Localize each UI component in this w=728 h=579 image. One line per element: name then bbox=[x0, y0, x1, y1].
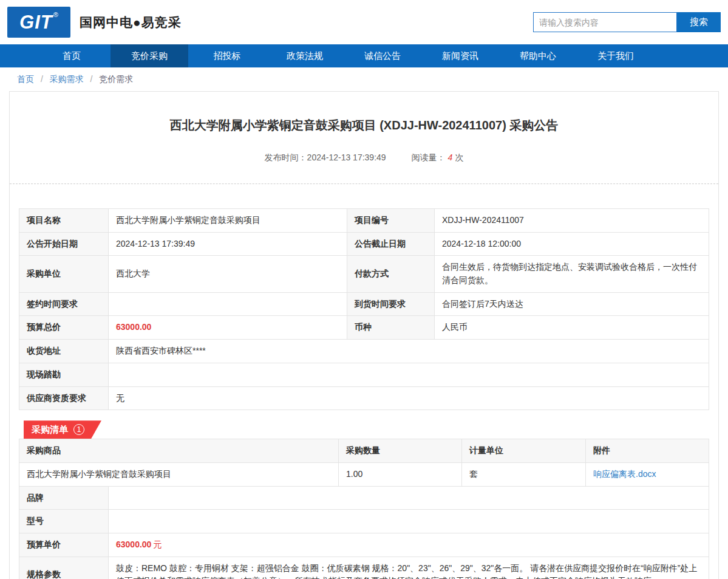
table-row: 现场踏勘 bbox=[19, 363, 709, 386]
breadcrumb: 首页 / 采购需求 / 竞价需求 bbox=[0, 67, 728, 91]
column-product: 采购商品 bbox=[19, 439, 339, 463]
nav-item-integrity-notices[interactable]: 诚信公告 bbox=[344, 44, 421, 67]
purchase-detail-table: 品牌 型号 预算单价 63000.00元 规格参数 鼓皮：REMO 鼓腔：专用铜… bbox=[19, 486, 709, 579]
end-date-value: 2024-12-18 12:00:00 bbox=[435, 232, 709, 256]
table-row: 项目名称 西北大学附属小学紫铜定音鼓采购项目 项目编号 XDJJ-HW-2024… bbox=[19, 209, 709, 233]
announcement-card: 西北大学附属小学紫铜定音鼓采购项目 (XDJJ-HW-202411007) 采购… bbox=[9, 91, 719, 579]
views-count: 4 bbox=[448, 152, 453, 162]
table-row: 签约时间要求 到货时间要求 合同签订后7天内送达 bbox=[19, 292, 709, 316]
search-bar: 搜索 bbox=[533, 12, 721, 32]
breadcrumb-purchase-demand[interactable]: 采购需求 bbox=[50, 74, 84, 84]
purchase-list-badge: 采购清单 1 bbox=[24, 420, 101, 439]
breadcrumb-current: 竞价需求 bbox=[99, 74, 133, 84]
attachment-link[interactable]: 响应偏离表.docx bbox=[593, 469, 656, 479]
nav-item-policies[interactable]: 政策法规 bbox=[266, 44, 344, 67]
registered-trademark-icon: ® bbox=[53, 11, 58, 18]
column-quantity: 采购数量 bbox=[339, 439, 462, 463]
brand-label: 品牌 bbox=[19, 486, 109, 510]
sign-time-label: 签约时间要求 bbox=[19, 292, 109, 316]
main-nav: 首页 竞价采购 招投标 政策法规 诚信公告 新闻资讯 帮助中心 关于我们 bbox=[0, 44, 728, 67]
project-no-label: 项目编号 bbox=[347, 209, 435, 233]
nav-item-bidding-purchase[interactable]: 竞价采购 bbox=[111, 44, 188, 67]
unit-price-value: 63000.00元 bbox=[109, 533, 709, 557]
announcement-title-section: 西北大学附属小学紫铜定音鼓采购项目 (XDJJ-HW-202411007) 采购… bbox=[10, 92, 718, 184]
site-survey-value bbox=[109, 363, 709, 386]
delivery-time-label: 到货时间要求 bbox=[347, 292, 435, 316]
search-input[interactable] bbox=[533, 12, 677, 32]
project-name-label: 项目名称 bbox=[19, 209, 109, 233]
nav-item-help-center[interactable]: 帮助中心 bbox=[499, 44, 577, 67]
purchaser-label: 采购单位 bbox=[19, 256, 109, 292]
product-unit: 套 bbox=[462, 462, 586, 486]
purchase-list-table: 采购商品 采购数量 计量单位 附件 西北大学附属小学紫铜定音鼓采购项目 1.00… bbox=[19, 439, 709, 486]
payment-label: 付款方式 bbox=[347, 256, 435, 292]
purchase-list-badge-label: 采购清单 bbox=[32, 424, 68, 436]
table-header-row: 采购商品 采购数量 计量单位 附件 bbox=[19, 439, 709, 463]
purchase-list-section: 采购清单 1 采购商品 采购数量 计量单位 附件 西北大学附属小学紫铜定音鼓采购… bbox=[10, 420, 718, 579]
brand-value bbox=[109, 486, 709, 510]
payment-value: 合同生效后，待货物到达指定地点、安装调试验收合格后，一次性付清合同货款。 bbox=[435, 256, 709, 292]
nav-item-news[interactable]: 新闻资讯 bbox=[421, 44, 499, 67]
nav-item-about-us[interactable]: 关于我们 bbox=[577, 44, 655, 67]
budget-total-value: 63000.00 bbox=[109, 316, 347, 340]
sign-time-value bbox=[109, 292, 347, 316]
supplier-qualification-value: 无 bbox=[109, 386, 709, 410]
table-row: 预算单价 63000.00元 bbox=[19, 533, 709, 557]
column-unit: 计量单位 bbox=[462, 439, 586, 463]
unit-price-label: 预算单价 bbox=[19, 533, 109, 557]
end-date-label: 公告截止日期 bbox=[347, 232, 435, 256]
table-row: 预算总价 63000.00 币种 人民币 bbox=[19, 316, 709, 340]
spec-value: 鼓皮：REMO 鼓腔：专用铜材 支架：超强铝合金 鼓圈：优质碳素钢 规格：20"… bbox=[109, 557, 709, 579]
project-no-value: XDJJ-HW-202411007 bbox=[435, 209, 709, 233]
table-row: 品牌 bbox=[19, 486, 709, 510]
model-label: 型号 bbox=[19, 510, 109, 533]
delivery-address-label: 收货地址 bbox=[19, 340, 109, 363]
product-name: 西北大学附属小学紫铜定音鼓采购项目 bbox=[19, 462, 339, 486]
views-unit: 次 bbox=[455, 152, 463, 162]
table-row: 型号 bbox=[19, 510, 709, 533]
site-logo[interactable]: GIT ® bbox=[7, 7, 70, 38]
table-row: 规格参数 鼓皮：REMO 鼓腔：专用铜材 支架：超强铝合金 鼓圈：优质碳素钢 规… bbox=[19, 557, 709, 579]
delivery-address-value: 陕西省西安市碑林区**** bbox=[109, 340, 709, 363]
purchase-list-count-badge: 1 bbox=[73, 424, 84, 435]
page-title: 西北大学附属小学紫铜定音鼓采购项目 (XDJJ-HW-202411007) 采购… bbox=[10, 117, 718, 134]
site-header: GIT ® 国网中电●易竞采 搜索 bbox=[0, 0, 728, 44]
project-info-table: 项目名称 西北大学附属小学紫铜定音鼓采购项目 项目编号 XDJJ-HW-2024… bbox=[19, 208, 709, 410]
nav-item-tendering[interactable]: 招投标 bbox=[188, 44, 266, 67]
budget-total-label: 预算总价 bbox=[19, 316, 109, 340]
breadcrumb-separator: / bbox=[90, 74, 93, 84]
breadcrumb-home[interactable]: 首页 bbox=[17, 74, 34, 84]
table-row: 西北大学附属小学紫铜定音鼓采购项目 1.00 套 响应偏离表.docx bbox=[19, 462, 709, 486]
project-name-value: 西北大学附属小学紫铜定音鼓采购项目 bbox=[109, 209, 347, 233]
nav-item-home[interactable]: 首页 bbox=[33, 44, 111, 67]
site-title: 国网中电●易竞采 bbox=[80, 14, 182, 31]
attachment-cell: 响应偏离表.docx bbox=[586, 462, 709, 486]
budget-total-amount: 63000.00 bbox=[116, 322, 151, 332]
publish-time-label: 发布时间： bbox=[265, 152, 307, 162]
currency-label: 币种 bbox=[347, 316, 435, 340]
product-quantity: 1.00 bbox=[339, 462, 462, 486]
model-value bbox=[109, 510, 709, 533]
search-button[interactable]: 搜索 bbox=[677, 12, 721, 32]
table-row: 公告开始日期 2024-12-13 17:39:49 公告截止日期 2024-1… bbox=[19, 232, 709, 256]
announcement-meta: 发布时间：2024-12-13 17:39:49阅读量：4次 bbox=[10, 152, 718, 163]
start-date-label: 公告开始日期 bbox=[19, 232, 109, 256]
start-date-value: 2024-12-13 17:39:49 bbox=[109, 232, 347, 256]
unit-price-unit: 元 bbox=[153, 540, 162, 549]
delivery-time-value: 合同签订后7天内送达 bbox=[435, 292, 709, 316]
breadcrumb-separator: / bbox=[41, 74, 43, 84]
table-row: 收货地址 陕西省西安市碑林区**** bbox=[19, 340, 709, 363]
supplier-qualification-label: 供应商资质要求 bbox=[19, 386, 109, 410]
publish-time-value: 2024-12-13 17:39:49 bbox=[307, 152, 386, 162]
site-survey-label: 现场踏勘 bbox=[19, 363, 109, 386]
table-row: 供应商资质要求 无 bbox=[19, 386, 709, 410]
unit-price-amount: 63000.00 bbox=[116, 540, 151, 549]
spec-label: 规格参数 bbox=[19, 557, 109, 579]
table-row: 采购单位 西北大学 付款方式 合同生效后，待货物到达指定地点、安装调试验收合格后… bbox=[19, 256, 709, 292]
logo-text: GIT bbox=[19, 12, 53, 33]
currency-value: 人民币 bbox=[435, 316, 709, 340]
column-attachment: 附件 bbox=[586, 439, 709, 463]
views-label: 阅读量： bbox=[412, 152, 446, 162]
purchaser-value: 西北大学 bbox=[109, 256, 347, 292]
